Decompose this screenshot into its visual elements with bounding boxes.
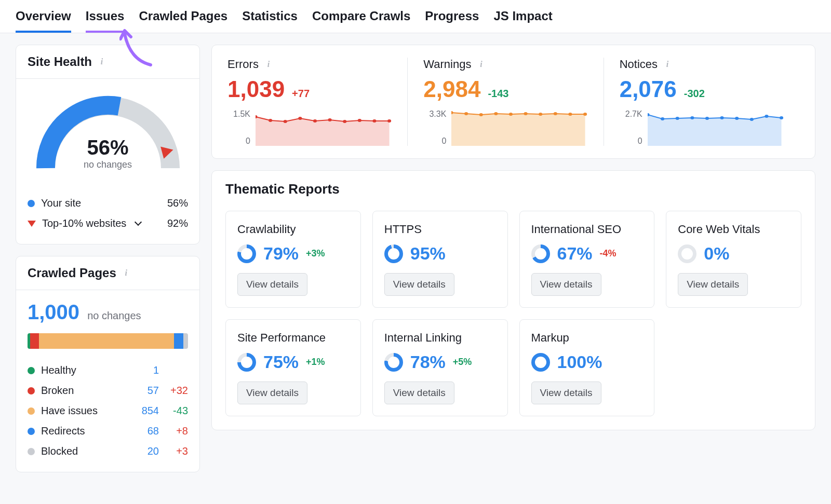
breakdown-blocked-delta: +3 xyxy=(159,445,188,457)
metric-warnings-delta: -143 xyxy=(488,88,508,100)
info-icon[interactable]: i xyxy=(97,57,106,66)
metric-notices-ymax: 2.7K xyxy=(620,110,642,119)
svg-point-17 xyxy=(554,112,557,115)
site-health-card: Site Health i 56% xyxy=(16,45,200,244)
donut-icon xyxy=(531,244,550,263)
report-https-title: HTTPS xyxy=(384,223,496,236)
breakdown-issues-count[interactable]: 854 xyxy=(130,405,159,417)
thematic-reports-card: Thematic Reports Crawlability 79% +3% Vi… xyxy=(211,170,815,430)
crawled-pages-sub: no changes xyxy=(87,310,141,321)
metric-notices-title: Notices xyxy=(620,58,658,71)
breakdown-broken-delta: +32 xyxy=(159,385,188,397)
tab-issues[interactable]: Issues xyxy=(86,1,125,33)
legend-top10-row[interactable]: Top-10% websites 92% xyxy=(28,213,188,234)
info-icon[interactable]: i xyxy=(264,60,273,69)
svg-point-16 xyxy=(539,113,542,116)
view-details-button[interactable]: View details xyxy=(237,382,307,404)
legend-dot-icon xyxy=(28,387,35,394)
report-perf-title: Site Performance xyxy=(237,331,349,345)
metric-errors-value: 1,039 xyxy=(227,76,285,102)
breakdown-issues-label: Have issues xyxy=(41,405,98,417)
svg-point-27 xyxy=(749,118,753,121)
metric-errors-ymax: 1.5K xyxy=(227,110,250,119)
svg-point-6 xyxy=(343,120,346,123)
report-site-performance: Site Performance 75% +1% View details xyxy=(225,319,361,416)
metric-notices-value: 2,076 xyxy=(620,76,677,102)
view-details-button[interactable]: View details xyxy=(384,382,454,404)
donut-icon xyxy=(678,244,696,263)
svg-point-12 xyxy=(479,113,483,116)
metric-errors-delta: +77 xyxy=(292,88,310,100)
svg-point-2 xyxy=(284,120,287,123)
report-internal-linking: Internal Linking 78% +5% View details xyxy=(372,319,508,416)
svg-point-28 xyxy=(765,115,768,118)
site-health-gauge: 56% no changes xyxy=(30,90,186,173)
view-details-button[interactable]: View details xyxy=(384,273,454,296)
metric-warnings-title: Warnings xyxy=(423,58,471,71)
errors-sparkline xyxy=(256,110,392,146)
crawled-pages-bar xyxy=(28,333,188,349)
donut-icon xyxy=(384,244,403,263)
svg-point-14 xyxy=(509,113,513,116)
info-icon[interactable]: i xyxy=(663,60,672,69)
donut-icon xyxy=(237,244,256,263)
report-https: HTTPS 95% View details xyxy=(372,211,508,308)
breakdown-blocked-count[interactable]: 20 xyxy=(130,445,159,457)
svg-point-11 xyxy=(464,112,468,115)
metric-notices[interactable]: Noticesi 2,076 -302 2.7K0 xyxy=(604,58,799,146)
report-markup-title: Markup xyxy=(531,331,643,345)
tab-compare-crawls[interactable]: Compare Crawls xyxy=(312,1,410,33)
report-crawlability: Crawlability 79% +3% View details xyxy=(225,211,361,308)
tab-overview[interactable]: Overview xyxy=(16,1,71,33)
tab-bar: Overview Issues Crawled Pages Statistics… xyxy=(0,0,831,33)
svg-point-24 xyxy=(705,117,709,120)
tab-statistics[interactable]: Statistics xyxy=(242,1,298,33)
report-crawlability-pct: 79% xyxy=(263,243,299,264)
svg-point-1 xyxy=(269,119,272,122)
notices-sparkline xyxy=(648,110,784,146)
report-perf-delta: +1% xyxy=(306,357,325,367)
svg-point-25 xyxy=(720,116,723,119)
metric-warnings[interactable]: Warningsi 2,984 -143 3.3K0 xyxy=(407,58,603,146)
info-icon[interactable]: i xyxy=(476,60,486,69)
site-health-title: Site Health xyxy=(28,55,92,69)
legend-dot-icon xyxy=(28,428,35,435)
svg-point-29 xyxy=(780,116,783,119)
tab-progress[interactable]: Progress xyxy=(425,1,479,33)
svg-point-15 xyxy=(524,112,528,115)
svg-point-5 xyxy=(328,118,332,121)
legend-dot-icon xyxy=(28,448,35,455)
legend-top10-value: 92% xyxy=(167,217,188,229)
breakdown-broken-count[interactable]: 57 xyxy=(130,385,159,397)
svg-point-21 xyxy=(661,117,664,120)
legend-dot-icon xyxy=(28,407,35,415)
svg-point-13 xyxy=(494,112,498,115)
svg-point-22 xyxy=(675,117,679,120)
view-details-button[interactable]: View details xyxy=(531,273,601,296)
view-details-button[interactable]: View details xyxy=(531,382,601,404)
report-linking-title: Internal Linking xyxy=(384,331,496,345)
report-markup-pct: 100% xyxy=(557,352,602,372)
tab-crawled-pages[interactable]: Crawled Pages xyxy=(139,1,227,33)
breakdown-redirects-count[interactable]: 68 xyxy=(130,425,159,437)
svg-point-8 xyxy=(372,119,376,122)
metric-notices-delta: -302 xyxy=(684,88,705,100)
view-details-button[interactable]: View details xyxy=(678,273,748,296)
report-core-web-vitals: Core Web Vitals 0% View details xyxy=(666,211,801,308)
metric-warnings-value: 2,984 xyxy=(423,76,480,102)
info-icon[interactable]: i xyxy=(122,268,131,278)
svg-point-9 xyxy=(387,119,391,122)
svg-point-4 xyxy=(313,119,317,122)
view-details-button[interactable]: View details xyxy=(237,273,307,296)
metrics-card: Errorsi 1,039 +77 1.5K0 Warningsi xyxy=(211,45,815,159)
metric-errors[interactable]: Errorsi 1,039 +77 1.5K0 xyxy=(227,58,407,146)
breakdown-redirects-label: Redirects xyxy=(41,425,85,437)
report-intl-title: International SEO xyxy=(531,223,643,236)
report-crawlability-delta: +3% xyxy=(306,248,325,259)
tab-js-impact[interactable]: JS Impact xyxy=(493,1,552,33)
breakdown-healthy-count[interactable]: 1 xyxy=(130,364,159,376)
breakdown-broken-label: Broken xyxy=(41,385,74,397)
crawled-pages-count: 1,000 xyxy=(28,301,79,324)
svg-point-26 xyxy=(735,117,739,120)
report-perf-pct: 75% xyxy=(263,352,299,372)
